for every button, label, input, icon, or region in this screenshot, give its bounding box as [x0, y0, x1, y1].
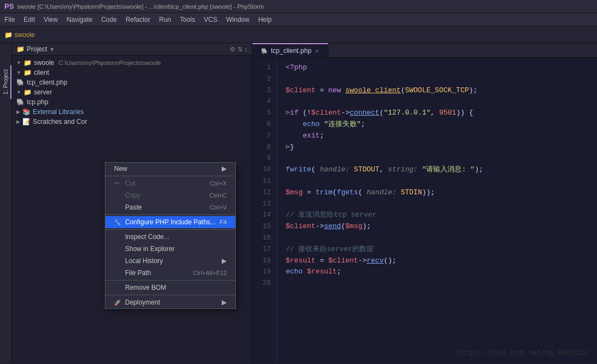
cm-filepath-shortcut: Ctrl+Alt+F12	[193, 270, 227, 276]
menu-item-file[interactable]: File	[0, 14, 19, 25]
tree-item-client[interactable]: ▼ 📁 client	[12, 68, 252, 77]
menu-item-navigate[interactable]: Navigate	[62, 14, 97, 25]
menu-bar: FileEditViewNavigateCodeRefactorRunTools…	[0, 13, 597, 27]
cm-cut-icon: ✂	[114, 180, 123, 187]
cm-sep-3	[105, 229, 235, 230]
project-side-tab[interactable]: 1: Project	[1, 65, 11, 99]
cm-configure-label: Configure PHP Include Paths...	[125, 218, 220, 226]
tree-arrow-server: ▼	[16, 89, 21, 95]
cm-paste-shortcut: Ctrl+V	[210, 204, 227, 211]
tree-label-tcp: tcp.php	[27, 98, 48, 106]
tree-item-swoole[interactable]: ▼ 📁 swoole C:\Users\my\PhpstormProjects\…	[12, 58, 252, 68]
tree-arrow: ▼	[16, 60, 21, 65]
cm-explorer-label: Show in Explorer	[125, 245, 227, 253]
tree-label-server: server	[34, 88, 52, 96]
cm-deploy-label: Deployment	[125, 299, 222, 306]
code-content[interactable]: <?php $client = new swoole_client(SWOOLE…	[277, 58, 597, 363]
app-icon: PS	[4, 2, 14, 10]
tree-label-scratches: Scratches and Cor	[33, 118, 87, 126]
cm-cut-shortcut: Ctrl+X	[210, 180, 227, 187]
cm-configure-icon: 🔧	[114, 219, 123, 225]
client-folder-icon: 📁	[23, 69, 32, 76]
tree-arrow-client: ▼	[16, 70, 21, 75]
menu-item-run[interactable]: Run	[155, 14, 175, 25]
tcp-file-icon: 🐘	[16, 98, 25, 106]
tree-path-swoole: C:\Users\my\PhpstormProjects\swoole	[58, 59, 161, 66]
cm-inspect-code[interactable]: Inspect Code...	[105, 231, 235, 243]
cm-new-arrow: ▶	[222, 165, 227, 172]
cm-remove-bom[interactable]: Remove BOM	[105, 282, 235, 294]
menu-item-tools[interactable]: Tools	[175, 14, 199, 25]
cm-filepath-label: File Path	[125, 269, 193, 277]
toolbar: 📁 swoole	[0, 27, 597, 43]
ext-libs-icon: 📚	[22, 108, 31, 116]
breadcrumb: 📁 swoole	[4, 31, 35, 39]
collapse-icon[interactable]: ↕	[245, 46, 248, 53]
cm-new[interactable]: New ▶	[105, 163, 235, 175]
tree-item-scratches[interactable]: ▶ 📝 Scratches and Cor	[12, 117, 252, 127]
watermark: https://blog.csdn.net/qq_36431213	[458, 349, 588, 357]
tab-bar: 🐘 tcp_client.php ✕	[252, 43, 597, 58]
cm-deploy-arrow: ▶	[222, 299, 227, 306]
cm-sep-2	[105, 214, 235, 215]
cm-configure-php[interactable]: 🔧 Configure PHP Include Paths... F4	[105, 216, 235, 228]
tree-label-ext: External Libraries	[33, 108, 84, 116]
scratch-icon: 📝	[22, 118, 31, 126]
cm-show-explorer[interactable]: Show in Explorer	[105, 243, 235, 255]
menu-item-view[interactable]: View	[39, 14, 62, 25]
tree-item-server[interactable]: ▼ 📁 server	[12, 87, 252, 97]
cm-file-path[interactable]: File Path Ctrl+Alt+F12	[105, 267, 235, 279]
expand-icon[interactable]: ⇅	[238, 46, 243, 53]
cm-cut[interactable]: ✂ Cut Ctrl+X	[105, 177, 235, 189]
menu-item-vcs[interactable]: VCS	[199, 14, 222, 25]
menu-item-code[interactable]: Code	[97, 14, 121, 25]
title-bar: PS swoole [C:\Users\my\PhpstormProjects\…	[0, 0, 597, 13]
cm-paste-label: Paste	[125, 204, 210, 211]
tree-label-tcp-client: tcp_client.php	[27, 79, 67, 86]
tab-label: tcp_client.php	[271, 47, 311, 55]
cm-paste[interactable]: Paste Ctrl+V	[105, 201, 235, 213]
menu-item-help[interactable]: Help	[254, 14, 276, 25]
code-area[interactable]: 12345 678910 1112131415 1617181920 <?php…	[252, 58, 597, 363]
panel-dropdown-icon[interactable]: ▼	[49, 46, 55, 52]
php-file-icon: 🐘	[16, 79, 25, 86]
cm-sep-5	[105, 295, 235, 295]
main-layout: 1: Project 📁 Project ▼ ⚙ ⇅ ↕ ▼ 📁 swoole	[0, 43, 597, 363]
window-title: swoole [C:\Users\my\PhpstormProjects\swo…	[17, 3, 264, 10]
settings-icon[interactable]: ⚙	[230, 46, 235, 53]
cm-copy[interactable]: Copy Ctrl+C	[105, 189, 235, 201]
tree-arrow-ext: ▶	[16, 109, 20, 115]
panel-actions: ⚙ ⇅ ↕	[230, 46, 248, 53]
cm-new-label: New	[114, 165, 127, 172]
panel-title: 📁 Project ▼	[16, 45, 55, 53]
tree-arrow-scratch: ▶	[16, 119, 20, 124]
cm-bom-label: Remove BOM	[125, 284, 227, 291]
menu-item-refactor[interactable]: Refactor	[121, 14, 155, 25]
menu-item-edit[interactable]: Edit	[19, 14, 39, 25]
tree-label-client: client	[34, 69, 49, 76]
folder-icon: 📁	[16, 45, 25, 53]
cm-configure-shortcut: F4	[220, 219, 227, 225]
cm-copy-shortcut: Ctrl+C	[210, 192, 227, 199]
cm-copy-label: Copy	[125, 192, 210, 199]
tree-item-ext-libs[interactable]: ▶ 📚 External Libraries	[12, 107, 252, 117]
tree-item-tcp-client[interactable]: 🐘 tcp_client.php	[12, 77, 252, 87]
tab-close-icon[interactable]: ✕	[315, 48, 319, 54]
menu-item-window[interactable]: Window	[222, 14, 254, 25]
tree-label-swoole: swoole	[34, 59, 54, 67]
panel-header: 📁 Project ▼ ⚙ ⇅ ↕	[12, 43, 252, 56]
tree-item-tcp[interactable]: 🐘 tcp.php	[12, 97, 252, 107]
context-menu: New ▶ ✂ Cut Ctrl+X Copy Ctrl+C Paste Ctr…	[105, 162, 236, 309]
cm-inspect-label: Inspect Code...	[125, 233, 227, 241]
server-folder-icon: 📁	[23, 88, 32, 96]
cm-cut-label: Cut	[125, 180, 210, 187]
cm-sep-1	[105, 176, 235, 176]
cm-history-arrow: ▶	[222, 257, 227, 265]
tab-tcp-client[interactable]: 🐘 tcp_client.php ✕	[252, 43, 328, 57]
cm-deployment[interactable]: 🚀 Deployment ▶	[105, 296, 235, 308]
sidebar: 📁 Project ▼ ⚙ ⇅ ↕ ▼ 📁 swoole C:\Users\my…	[12, 43, 252, 363]
cm-deploy-icon: 🚀	[114, 300, 123, 306]
editor: 🐘 tcp_client.php ✕ 12345 678910 11121314…	[252, 43, 597, 363]
cm-sep-4	[105, 280, 235, 281]
cm-local-history[interactable]: Local History ▶	[105, 255, 235, 267]
